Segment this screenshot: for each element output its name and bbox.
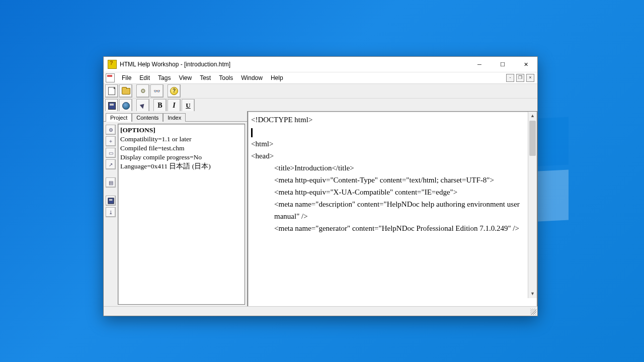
menu-tags[interactable]: Tags bbox=[154, 73, 175, 82]
editor-pane: <!DOCTYPE html> <html> <head> <title>Int… bbox=[248, 111, 537, 307]
tab-index[interactable]: Index bbox=[163, 113, 186, 122]
mdi-restore-button[interactable]: ❐ bbox=[516, 74, 524, 82]
underline-button[interactable]: U bbox=[182, 99, 195, 112]
view-compiled-button[interactable]: 👓 bbox=[150, 84, 164, 98]
editor-line: <meta name="generator" content="HelpNDoc… bbox=[251, 222, 534, 234]
add-files-icon[interactable]: ＋ bbox=[106, 136, 116, 146]
options-line: Compiled file=test.chm bbox=[120, 144, 243, 153]
options-line: Display compile progress=No bbox=[120, 153, 243, 162]
scroll-up-icon[interactable]: ▲ bbox=[528, 112, 537, 120]
menu-edit[interactable]: Edit bbox=[135, 73, 154, 82]
tab-project[interactable]: Project bbox=[106, 113, 132, 122]
scroll-down-icon[interactable]: ▼ bbox=[528, 290, 537, 298]
options-header: [OPTIONS] bbox=[120, 126, 243, 135]
project-tabs: Project Contents Index bbox=[104, 111, 247, 121]
folder-icon[interactable]: ▭ bbox=[106, 148, 116, 158]
editor-line: <meta http-equiv="Content-Type" content=… bbox=[251, 174, 534, 186]
mdi-controls: ‐ ❐ × bbox=[506, 74, 534, 82]
close-button[interactable]: ✕ bbox=[514, 57, 537, 72]
compile-button[interactable]: ⚙ bbox=[136, 84, 149, 98]
mdi-close-button[interactable]: × bbox=[526, 74, 534, 82]
menu-view[interactable]: View bbox=[175, 73, 196, 82]
text-caret bbox=[251, 128, 253, 137]
project-pane: Project Contents Index ⚙ ＋ ▭ ↗ ▤ ⤓ bbox=[104, 111, 248, 307]
view-html-icon[interactable]: ▤ bbox=[106, 177, 116, 188]
editor-line: <meta name="description" content="HelpND… bbox=[251, 198, 534, 222]
browser-button[interactable] bbox=[119, 99, 132, 112]
vertical-scrollbar[interactable]: ▲ ▼ bbox=[528, 112, 537, 298]
source-editor[interactable]: <!DOCTYPE html> <html> <head> <title>Int… bbox=[248, 111, 537, 307]
app-window: HTML Help Workshop - [introduction.htm] … bbox=[103, 56, 538, 316]
new-button[interactable] bbox=[105, 84, 118, 98]
desktop-background: HTML Help Workshop - [introduction.htm] … bbox=[0, 0, 644, 362]
project-options-icon[interactable]: ⚙ bbox=[106, 125, 116, 135]
help-button[interactable]: ? bbox=[168, 84, 181, 98]
arrow-icon[interactable]: ↗ bbox=[106, 159, 116, 169]
menu-file[interactable]: File bbox=[118, 73, 135, 82]
title-bar[interactable]: HTML Help Workshop - [introduction.htm] … bbox=[104, 57, 537, 72]
resize-grip-icon[interactable] bbox=[530, 309, 536, 315]
tab-contents[interactable]: Contents bbox=[132, 113, 163, 122]
menu-bar: File Edit Tags View Test Tools Window He… bbox=[104, 72, 537, 83]
minimize-button[interactable]: ─ bbox=[468, 57, 491, 72]
save-project-icon[interactable] bbox=[106, 196, 116, 206]
options-line: Compatibility=1.1 or later bbox=[120, 135, 243, 144]
document-icon[interactable] bbox=[106, 73, 115, 82]
save-button[interactable] bbox=[105, 99, 118, 112]
menu-tools[interactable]: Tools bbox=[215, 73, 237, 82]
options-line: Language=0x411 日本語 (日本) bbox=[120, 162, 243, 171]
maximize-button[interactable]: ☐ bbox=[491, 57, 514, 72]
mdi-minimize-button[interactable]: ‐ bbox=[506, 74, 514, 82]
workspace: Project Contents Index ⚙ ＋ ▭ ↗ ▤ ⤓ bbox=[104, 111, 537, 307]
editor-line: <html> bbox=[251, 138, 534, 150]
toolbar-main: ⚙ 👓 ? bbox=[104, 83, 537, 99]
select-button[interactable] bbox=[136, 99, 149, 112]
project-icon-column: ⚙ ＋ ▭ ↗ ▤ ⤓ bbox=[104, 122, 118, 307]
menu-test[interactable]: Test bbox=[196, 73, 215, 82]
menu-window[interactable]: Window bbox=[237, 73, 267, 82]
editor-line: <head> bbox=[251, 150, 534, 162]
editor-line: <!DOCTYPE html> bbox=[251, 114, 534, 126]
app-icon bbox=[108, 60, 117, 69]
editor-line bbox=[251, 126, 534, 138]
window-title: HTML Help Workshop - [introduction.htm] bbox=[120, 61, 230, 68]
menu-help[interactable]: Help bbox=[267, 73, 287, 82]
editor-line: <title>Introduction</title> bbox=[251, 162, 534, 174]
project-options-text[interactable]: [OPTIONS] Compatibility=1.1 or later Com… bbox=[118, 124, 245, 305]
editor-line: <meta http-equiv="X-UA-Compatible" conte… bbox=[251, 186, 534, 198]
open-button[interactable] bbox=[119, 84, 132, 98]
scroll-thumb[interactable] bbox=[529, 121, 536, 156]
bold-button[interactable]: B bbox=[153, 99, 167, 112]
save-all-icon[interactable]: ⤓ bbox=[106, 207, 116, 217]
italic-button[interactable]: I bbox=[168, 99, 181, 112]
status-bar bbox=[104, 306, 537, 316]
